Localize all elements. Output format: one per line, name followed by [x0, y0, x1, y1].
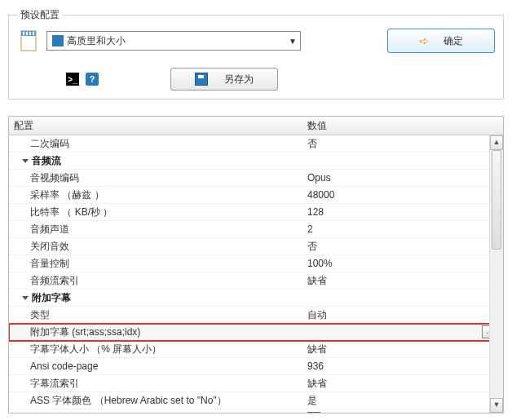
color-swatch	[307, 412, 320, 413]
file-video-icon	[17, 29, 40, 53]
ok-button-label: 确定	[444, 34, 463, 48]
console-icon[interactable]: >_	[66, 73, 79, 86]
property-row[interactable]: 附加字幕 (srt;ass;ssa;idx)…	[9, 324, 503, 341]
preset-option-icon	[52, 35, 64, 46]
property-value[interactable]: …	[302, 325, 503, 338]
property-value[interactable]: 自动	[302, 308, 503, 322]
property-row[interactable]: 音量控制100%	[9, 255, 503, 272]
property-value[interactable]: 是	[302, 394, 503, 408]
property-row[interactable]: 音频流索引缺省	[9, 272, 503, 290]
property-name: 音视频编码	[9, 171, 302, 185]
save-icon	[195, 73, 208, 86]
save-as-button[interactable]: 另存为	[170, 68, 278, 91]
property-row[interactable]: 字幕流索引缺省	[9, 375, 503, 392]
property-row[interactable]: 字幕字体人小 （% 屏幕人小）缺省	[9, 341, 503, 358]
save-as-label: 另存为	[224, 73, 254, 86]
chevron-down-icon[interactable]	[22, 159, 29, 163]
property-row[interactable]: 关闭音效否	[9, 238, 503, 255]
scroll-thumb[interactable]	[492, 150, 501, 250]
property-row[interactable]: 音视频编码Opus	[9, 170, 503, 187]
svg-rect-2	[23, 32, 24, 35]
property-name: 类型	[9, 308, 302, 322]
property-row[interactable]: 类型自动	[9, 307, 503, 324]
property-name: 附加字幕 (srt;ass;ssa;idx)	[9, 325, 302, 339]
property-value[interactable]: 缺省	[302, 274, 503, 288]
config-grid: 配置 数值 二次编码否音频流音视频编码Opus采样率 （赫兹 ）48000比特率…	[8, 116, 504, 413]
property-name: 字体颜色	[9, 411, 302, 413]
property-name: 音量控制	[9, 257, 302, 271]
scroll-up-icon[interactable]: ▲	[490, 135, 503, 150]
property-name: 字幕字体人小 （% 屏幕人小）	[9, 343, 302, 356]
property-name: 音频流索引	[9, 274, 302, 288]
property-name: 附加字幕	[9, 291, 302, 305]
header-config[interactable]: 配置	[9, 119, 302, 133]
property-name: 二次编码	[9, 137, 302, 151]
scrollbar[interactable]: ▲ ▼	[489, 135, 503, 413]
property-name: ASS 字体颜色 （Hebrew Arabic set to "No"）	[9, 394, 302, 408]
property-value[interactable]: 否	[302, 240, 503, 254]
property-row[interactable]: 采样率 （赫兹 ）48000	[9, 187, 503, 204]
property-row[interactable]: Ansi code-page936	[9, 358, 503, 375]
help-icon[interactable]: ?	[86, 73, 99, 86]
property-name: 字幕流索引	[9, 377, 302, 391]
preset-select[interactable]: 高质里和大小 ▼	[46, 31, 301, 51]
property-value[interactable]: Opus	[302, 172, 503, 183]
property-value[interactable]: 否	[302, 137, 503, 151]
property-name: Ansi code-page	[9, 360, 302, 372]
property-row[interactable]: 音频声道2	[9, 221, 503, 238]
svg-rect-3	[26, 32, 28, 35]
property-row[interactable]: ASS 字体颜色 （Hebrew Arabic set to "No"）是	[9, 392, 503, 409]
chevron-down-icon: ▼	[289, 37, 297, 46]
scroll-down-icon[interactable]: ▼	[490, 398, 503, 413]
property-value[interactable]: 缺省	[302, 377, 503, 391]
preset-select-value: 高质里和大小	[67, 34, 289, 48]
property-row[interactable]: 比特率 （ KB/秒 ）128	[9, 204, 503, 221]
property-name: 比特率 （ KB/秒 ）	[9, 206, 302, 219]
svg-rect-4	[29, 32, 31, 35]
preset-legend: 预设配置	[17, 8, 63, 22]
property-name: 音频声道	[9, 223, 302, 237]
preset-fieldset: 预设配置 高质里和大小 ▼ ➪ 确定 >_ ? 另存为	[8, 8, 504, 99]
grid-header: 配置 数值	[9, 117, 503, 135]
property-name: 关闭音效	[9, 240, 302, 254]
arrow-right-icon: ➪	[419, 34, 429, 47]
property-row[interactable]: 二次编码否	[9, 135, 503, 153]
property-name: 音频流	[9, 154, 302, 168]
property-value[interactable]: 0000FF	[302, 412, 503, 413]
group-row[interactable]: 音频流	[9, 153, 503, 170]
svg-rect-5	[33, 32, 34, 35]
property-value[interactable]: 48000	[302, 189, 503, 201]
property-value[interactable]: 936	[302, 360, 503, 372]
property-name: 采样率 （赫兹 ）	[9, 188, 302, 202]
chevron-down-icon[interactable]	[22, 296, 29, 300]
property-value[interactable]: 缺省	[302, 343, 503, 356]
property-value[interactable]: 128	[302, 206, 503, 218]
ok-button[interactable]: ➪ 确定	[387, 29, 495, 53]
group-row[interactable]: 附加字幕	[9, 290, 503, 307]
header-value[interactable]: 数值	[302, 119, 503, 133]
grid-body: 二次编码否音频流音视频编码Opus采样率 （赫兹 ）48000比特率 （ KB/…	[9, 135, 503, 413]
property-value[interactable]: 2	[302, 223, 503, 235]
property-value[interactable]: 100%	[302, 258, 503, 269]
property-row[interactable]: 字体颜色0000FF	[9, 409, 503, 413]
